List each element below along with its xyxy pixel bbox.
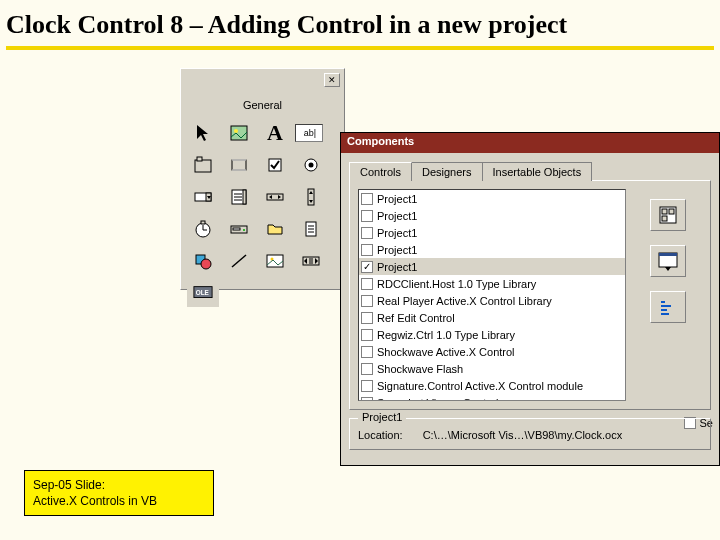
svg-rect-50	[669, 209, 674, 214]
textbox-tool-icon[interactable]: ab|	[295, 124, 323, 142]
combobox-tool-icon[interactable]	[187, 183, 219, 211]
svg-marker-31	[268, 225, 282, 234]
tab-insertable-objects[interactable]: Insertable Objects	[482, 162, 593, 181]
svg-rect-51	[662, 216, 667, 221]
svg-line-38	[232, 255, 246, 267]
checkbox-icon[interactable]	[361, 363, 373, 375]
footer-line1: Sep-05 Slide:	[33, 477, 205, 493]
list-item[interactable]: Ref Edit Control	[359, 309, 625, 326]
toolbox-panel: ✕ General A ab| OLE	[180, 68, 345, 290]
list-item[interactable]: Regwiz.Ctrl 1.0 Type Library	[359, 326, 625, 343]
list-item[interactable]: Project1	[359, 190, 625, 207]
list-item[interactable]: Real Player Active.X Control Library	[359, 292, 625, 309]
toolbox-general-label: General	[181, 99, 344, 111]
svg-rect-39	[267, 255, 283, 267]
vscrollbar-tool-icon[interactable]	[295, 183, 327, 211]
list-item[interactable]: Snapshot Viewer Control	[359, 394, 625, 401]
hscrollbar-tool-icon[interactable]	[259, 183, 291, 211]
svg-rect-17	[243, 190, 246, 204]
svg-rect-5	[232, 160, 246, 170]
svg-point-37	[201, 259, 211, 269]
checkbox-tool-icon[interactable]	[259, 151, 291, 179]
close-icon[interactable]: ✕	[324, 73, 340, 87]
frame-tool-icon[interactable]	[187, 151, 219, 179]
picturebox-tool-icon[interactable]	[223, 119, 255, 147]
label-tool-icon[interactable]: A	[259, 119, 291, 147]
footer-note: Sep-05 Slide: Active.X Controls in VB	[24, 470, 214, 516]
svg-marker-54	[665, 267, 671, 271]
checkbox-icon[interactable]	[361, 278, 373, 290]
commandbutton-tool-icon[interactable]	[223, 151, 255, 179]
footer-line2: Active.X Controls in VB	[33, 493, 205, 509]
svg-rect-25	[201, 221, 205, 224]
pointer-tool-icon[interactable]	[187, 119, 219, 147]
checkbox-icon[interactable]	[361, 329, 373, 341]
location-value: C:\…\Microsoft Vis…\VB98\my.Clock.ocx	[423, 429, 622, 441]
tab-designers[interactable]: Designers	[411, 162, 483, 181]
list-item[interactable]: Shockwave Active.X Control	[359, 343, 625, 360]
location-label: Location:	[358, 429, 403, 441]
svg-text:OLE: OLE	[196, 289, 209, 296]
checkbox-icon[interactable]: ✓	[361, 261, 373, 273]
line-tool-icon[interactable]	[223, 247, 255, 275]
component-info-group: Project1 Location: C:\…\Microsoft Vis…\V…	[349, 418, 711, 450]
checkbox-icon[interactable]	[361, 210, 373, 222]
checkbox-icon[interactable]	[361, 380, 373, 392]
checkbox-icon[interactable]	[361, 244, 373, 256]
filelistbox-tool-icon[interactable]	[295, 215, 327, 243]
svg-rect-3	[195, 160, 211, 172]
list-item-selected[interactable]: ✓Project1	[359, 258, 625, 275]
svg-rect-53	[659, 253, 677, 256]
list-item[interactable]: Project1	[359, 207, 625, 224]
checkbox-icon[interactable]	[361, 227, 373, 239]
module-preview-icon	[650, 291, 686, 323]
dialog-title: Components	[341, 133, 719, 153]
optionbutton-tool-icon[interactable]	[295, 151, 327, 179]
list-item[interactable]: RDCClient.Host 1.0 Type Library	[359, 275, 625, 292]
list-item[interactable]: Signature.Control Active.X Control modul…	[359, 377, 625, 394]
checkbox-icon[interactable]	[361, 397, 373, 402]
list-item[interactable]: Project1	[359, 224, 625, 241]
listbox-tool-icon[interactable]	[223, 183, 255, 211]
title-underline	[6, 46, 714, 50]
svg-rect-4	[197, 157, 202, 161]
shape-tool-icon[interactable]	[187, 247, 219, 275]
svg-rect-1	[231, 126, 247, 140]
svg-marker-0	[197, 125, 208, 141]
drivelistbox-tool-icon[interactable]	[223, 215, 255, 243]
svg-rect-49	[662, 209, 667, 214]
ole-tool-icon[interactable]: OLE	[187, 279, 219, 307]
checkbox-icon[interactable]	[361, 295, 373, 307]
tab-controls[interactable]: Controls	[349, 162, 412, 181]
image-tool-icon[interactable]	[259, 247, 291, 275]
svg-point-30	[243, 229, 245, 231]
components-dialog: Components Controls Designers Insertable…	[340, 132, 720, 466]
toolbox-preview-icon	[650, 199, 686, 231]
components-listbox[interactable]: Project1 Project1 Project1 Project1 ✓Pro…	[358, 189, 626, 401]
page-title: Clock Control 8 – Adding Control in a ne…	[0, 0, 720, 46]
svg-point-9	[309, 163, 314, 168]
checkbox-icon[interactable]	[361, 346, 373, 358]
checkbox-icon[interactable]	[361, 193, 373, 205]
info-group-label: Project1	[358, 411, 406, 423]
timer-tool-icon[interactable]	[187, 215, 219, 243]
data-tool-icon[interactable]	[295, 247, 327, 275]
list-item[interactable]: Project1	[359, 241, 625, 258]
form-preview-icon	[650, 245, 686, 277]
dirlistbox-tool-icon[interactable]	[259, 215, 291, 243]
list-item[interactable]: Shockwave Flash	[359, 360, 625, 377]
checkbox-icon[interactable]	[361, 312, 373, 324]
svg-rect-29	[233, 228, 240, 230]
